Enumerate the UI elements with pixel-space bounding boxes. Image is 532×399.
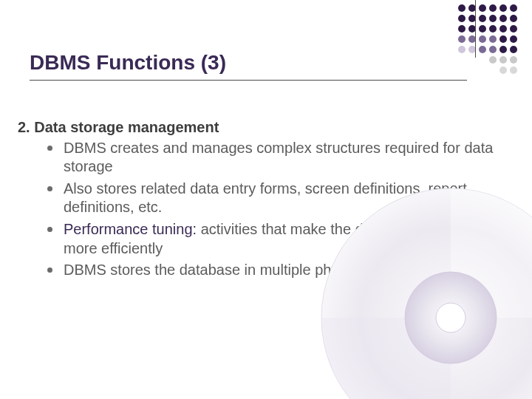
corner-dot-grid	[458, 4, 525, 74]
bullet-item: Performance tuning: activities that make…	[18, 220, 505, 258]
bullet-item: Also stores related data entry forms, sc…	[18, 180, 505, 217]
svg-point-4	[436, 303, 466, 332]
bullet-item: DBMS creates and manages complex structu…	[18, 139, 505, 177]
bullet-list: DBMS creates and manages complex structu…	[18, 139, 505, 280]
slide-title: DBMS Functions (3)	[30, 52, 466, 75]
bullet-item: DBMS stores the database in multiple phy…	[18, 261, 505, 280]
svg-point-3	[405, 272, 497, 364]
slide: DBMS Functions (3) 2. Data storage manag…	[0, 0, 532, 399]
decorative-rule-vertical	[475, 0, 476, 58]
list-item-heading: 2. Data storage management	[18, 118, 505, 137]
bullet-text: Also stores related data entry forms, sc…	[64, 180, 467, 216]
bullet-text: DBMS stores the database in multiple phy…	[64, 262, 432, 278]
bullet-term: Performance tuning:	[64, 221, 197, 237]
item-number: 2.	[18, 119, 30, 135]
title-block: DBMS Functions (3)	[30, 52, 466, 75]
slide-body: 2. Data storage management DBMS creates …	[18, 118, 505, 283]
svg-point-2	[405, 272, 497, 364]
bullet-text: DBMS creates and manages complex structu…	[64, 140, 493, 175]
item-title: Data storage management	[34, 119, 219, 135]
decorative-rule-horizontal	[30, 80, 467, 81]
